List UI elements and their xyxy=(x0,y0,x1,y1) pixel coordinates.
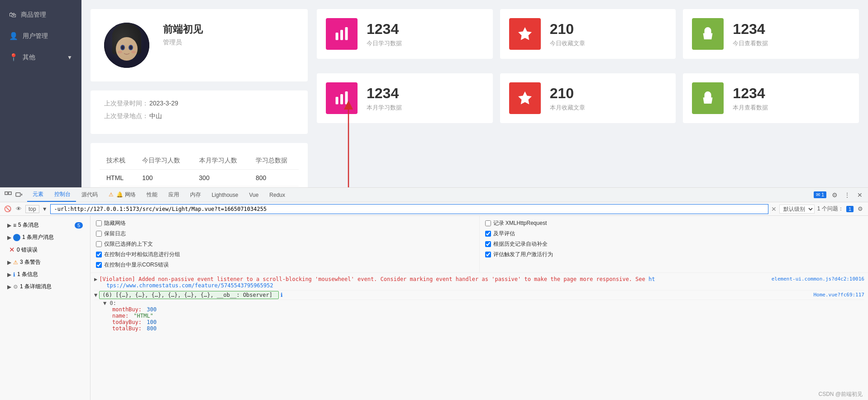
error-icon: ✕ xyxy=(9,246,15,254)
svg-point-8 xyxy=(129,46,132,49)
object-source[interactable]: Home.vue?fc69:117 xyxy=(813,292,864,298)
record-xhr-checkbox[interactable] xyxy=(485,220,491,226)
svg-rect-11 xyxy=(336,33,339,40)
sidebar-item-users[interactable]: 👤 用户管理 xyxy=(0,25,81,47)
tab-performance[interactable]: 性能 xyxy=(141,188,163,201)
option-eval-triggers[interactable]: 评估触发了用户激活行为 xyxy=(485,251,863,258)
footer-text: CSDN @前端初见 xyxy=(818,391,863,397)
today-view-info: 1234 今日查看数据 xyxy=(733,21,768,48)
clear-console-icon[interactable]: 🚫 xyxy=(4,205,12,213)
selected-context-checkbox[interactable] xyxy=(96,241,102,247)
svg-point-6 xyxy=(129,45,133,50)
products-icon: 🛍 xyxy=(9,11,16,19)
console-filter-input[interactable] xyxy=(50,204,768,214)
sidebar-errors[interactable]: ✕ 0 错误误 xyxy=(4,244,86,256)
violation-expand-icon[interactable]: ▶ xyxy=(94,276,97,282)
today-view-card: 1234 今日查看数据 xyxy=(683,9,859,59)
sidebar-item-products[interactable]: 🛍 商品管理 xyxy=(0,5,81,25)
option-record-xhr[interactable]: 记录 XMLHttpRequest xyxy=(485,219,863,227)
sidebar-all-messages[interactable]: ▶ ≡ 5 条消息 5 xyxy=(4,219,86,231)
object-text: (6) [{…}, {…}, {…}, {…}, {…}, {…}, __ob_… xyxy=(99,292,283,298)
tab-sources[interactable]: 源代码 xyxy=(76,188,103,201)
warnings-label: 3 条警告 xyxy=(20,258,41,266)
log-level-select[interactable]: 默认级别 xyxy=(779,205,815,214)
option-show-cors[interactable]: 在控制台中显示CORS错误 xyxy=(96,261,474,269)
expand-icon: ▶ xyxy=(7,222,11,229)
last-login-time-value: 2023-3-29 xyxy=(149,100,178,108)
month-collect-info: 210 本月收藏文章 xyxy=(550,85,585,112)
option-autocomplete[interactable]: 根据历史记录自动补全 xyxy=(485,240,863,248)
option-eager-eval[interactable]: 及早评估 xyxy=(485,230,863,238)
object-index-0: ▼ 0: xyxy=(103,300,864,306)
today-collect-icon xyxy=(509,18,541,50)
tab-application[interactable]: 应用 xyxy=(163,188,185,201)
tech-name: HTML xyxy=(100,170,135,186)
option-preserve-log[interactable]: 保留日志 xyxy=(96,230,474,238)
month-study-info: 1234 本月学习数据 xyxy=(367,85,402,112)
devtools-options-wrapper: 隐藏网络 保留日志 仅限已选择的上下文 xyxy=(91,216,868,273)
sidebar-item-other-label: 其他 xyxy=(23,53,35,62)
today-view-desc: 今日查看数据 xyxy=(733,39,768,48)
violation-link-1[interactable]: ht xyxy=(649,276,655,282)
hide-network-label: 隐藏网络 xyxy=(104,219,126,227)
month-collect-desc: 本月收藏文章 xyxy=(550,104,585,112)
hand-icon-2 xyxy=(700,90,716,106)
toolbar-left: 🚫 👁 top ▼ xyxy=(4,205,48,213)
details-label: 1 条详细消息 xyxy=(20,283,52,290)
issue-badge: 1 xyxy=(846,206,854,212)
month-study-icon xyxy=(326,82,358,114)
violation-source[interactable]: element-ui.common.js?d4c2:10016 xyxy=(772,276,864,282)
object-expand-icon[interactable]: ▼ xyxy=(94,292,97,298)
autocomplete-checkbox[interactable] xyxy=(485,241,491,247)
tab-lighthouse[interactable]: Lighthouse xyxy=(206,189,244,201)
eager-eval-checkbox[interactable] xyxy=(485,231,491,237)
sidebar-item-users-label: 用户管理 xyxy=(23,32,48,40)
eye-icon[interactable]: 👁 xyxy=(14,205,23,213)
sidebar-details[interactable]: ▶ ⚙ 1 条详细消息 xyxy=(4,281,86,292)
login-info-card: 上次登录时间： 2023-3-29 上次登录地点： 中山 xyxy=(91,90,308,134)
devtools-footer: CSDN @前端初见 xyxy=(818,390,863,398)
group-similar-checkbox[interactable] xyxy=(96,252,102,257)
preserve-log-checkbox[interactable] xyxy=(96,231,102,237)
tab-vue[interactable]: Vue xyxy=(243,189,264,201)
top-dropdown[interactable]: top xyxy=(25,205,39,213)
month-collect-icon xyxy=(509,82,541,114)
toolbar-settings-icon[interactable]: ⚙ xyxy=(856,205,864,213)
tab-console[interactable]: 控制台 xyxy=(49,188,76,202)
filter-clear-button[interactable]: ✕ xyxy=(771,205,777,213)
month-collect-number: 210 xyxy=(550,85,585,102)
devtools-close-icon[interactable]: ✕ xyxy=(855,190,864,200)
show-cors-checkbox[interactable] xyxy=(96,262,102,268)
today-study-desc: 今日学习数据 xyxy=(367,39,402,48)
sidebar-user-messages[interactable]: ▶ 👤 1 条用户消息 xyxy=(4,232,86,243)
option-hide-network[interactable]: 隐藏网络 xyxy=(96,219,474,227)
device-toggle-icon[interactable] xyxy=(14,190,24,200)
avatar xyxy=(104,23,149,68)
devtools-settings-icon[interactable]: ⚙ xyxy=(830,190,839,200)
today-collect-info: 210 今日收藏文章 xyxy=(550,21,585,48)
devtools-more-icon[interactable]: ⋮ xyxy=(843,190,852,200)
tab-memory[interactable]: 内存 xyxy=(185,188,206,201)
option-group-similar[interactable]: 在控制台中对相似消息进行分组 xyxy=(96,251,474,258)
svg-rect-22 xyxy=(9,192,11,195)
sidebar-info[interactable]: ▶ ℹ 1 条信息 xyxy=(4,269,86,280)
errors-label: 0 错误误 xyxy=(17,246,38,254)
sidebar-item-other[interactable]: 📍 其他 ▼ xyxy=(0,47,81,68)
inspect-icon[interactable] xyxy=(4,190,13,200)
tab-redux[interactable]: Redux xyxy=(264,189,291,201)
svg-rect-24 xyxy=(21,194,22,195)
svg-rect-13 xyxy=(345,27,348,40)
eval-triggers-checkbox[interactable] xyxy=(485,252,491,257)
violation-link-2[interactable]: tps://www.chromestatus.com/feature/57455… xyxy=(99,282,655,289)
details-icon: ⚙ xyxy=(13,284,18,290)
object-detail: ▼ 0: monthBuy: 300 name: "HTML" xyxy=(94,300,864,332)
sidebar-warnings[interactable]: ▶ ⚠ 3 条警告 xyxy=(4,257,86,268)
tab-elements[interactable]: 元素 xyxy=(27,188,49,202)
hide-network-checkbox[interactable] xyxy=(96,220,102,226)
option-selected-context[interactable]: 仅限已选择的上下文 xyxy=(96,240,474,248)
expand-icon-4: ▶ xyxy=(7,259,11,266)
col-today: 今日学习人数 xyxy=(135,152,192,170)
tab-network[interactable]: ⚠ 🔔 网络 xyxy=(103,188,141,201)
today-study-info: 1234 今日学习数据 xyxy=(367,21,402,48)
info-badge: ℹ xyxy=(281,292,283,298)
